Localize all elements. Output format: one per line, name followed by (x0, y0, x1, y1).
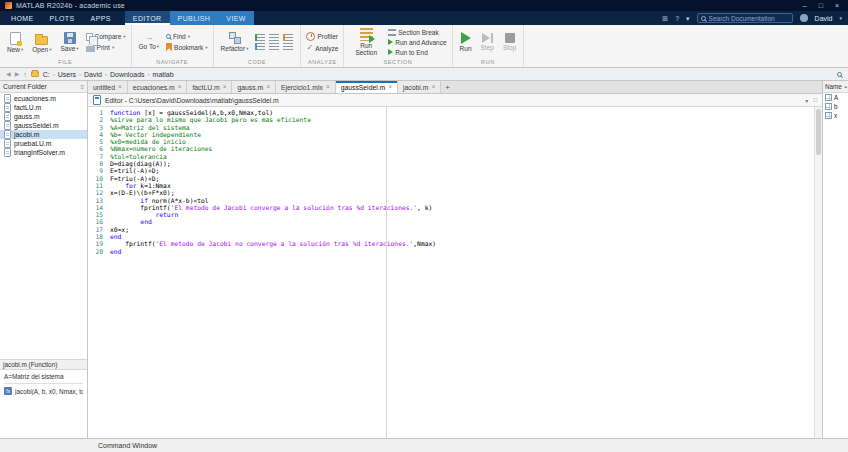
close-tab-icon[interactable]: × (431, 84, 435, 91)
profiler-button[interactable]: Profiler (306, 32, 338, 41)
doc-tab[interactable]: ecuaciones.m× (128, 81, 188, 93)
browse-folder-icon[interactable] (31, 71, 39, 77)
code-line[interactable]: %b= Vector independiente (110, 131, 822, 138)
minimize-window-icon[interactable]: – (803, 2, 807, 9)
toolstrip-tab-plots[interactable]: PLOTS (42, 11, 83, 25)
wrap-comments-button[interactable] (283, 34, 293, 41)
doc-tab[interactable]: untitled× (88, 81, 128, 93)
toolstrip-tab-home[interactable]: HOME (3, 11, 42, 25)
save-button[interactable]: Save▾ (58, 32, 80, 52)
code-line[interactable]: x=(D-E)\(b+F*x0); (110, 189, 822, 196)
code-line[interactable]: end (110, 218, 822, 225)
run-and-advance-button[interactable]: Run and Advance (388, 39, 446, 46)
toolstrip-tab-view[interactable]: VIEW (218, 11, 254, 25)
code-line[interactable]: fprintf('El metodo de Jacobi no converge… (110, 240, 822, 247)
editor-scrollbar[interactable] (814, 107, 822, 438)
maximize-window-icon[interactable]: □ (819, 2, 823, 9)
file-row[interactable]: gaussSeidel.m (0, 121, 87, 130)
close-tab-icon[interactable]: × (118, 84, 122, 91)
compare-button[interactable]: Compare ▾ (86, 33, 126, 41)
breadcrumb-item[interactable]: C: (43, 71, 50, 78)
decrease-indent-button[interactable] (283, 43, 293, 50)
workspace-header[interactable]: Name ▲ (823, 81, 848, 93)
toolstrip-tab-publish[interactable]: PUBLISH (170, 11, 219, 25)
code-line[interactable]: function [x] = gaussSeidel(A,b,x0,Nmax,t… (110, 109, 822, 116)
file-row[interactable]: gauss.m (0, 112, 87, 121)
comment-button[interactable] (255, 34, 265, 41)
user-avatar[interactable] (800, 14, 808, 22)
code-line[interactable]: x0=x; (110, 226, 822, 233)
code-line[interactable]: %Nmax=numero de iteraciones (110, 145, 822, 152)
close-window-icon[interactable]: × (835, 2, 839, 9)
refactor-button[interactable]: Refactor▾ (219, 32, 251, 52)
file-row[interactable]: factLU.m (0, 103, 87, 112)
goto-button[interactable]: → Go To▾ (137, 34, 162, 50)
bookmark-button[interactable]: Bookmark ▾ (166, 43, 208, 52)
open-button[interactable]: Open▾ (30, 32, 53, 53)
layout-grid-icon[interactable]: ⊞ (662, 15, 668, 22)
code-line[interactable]: %tol=tolerancia (110, 153, 822, 160)
analyze-button[interactable]: ✓ Analyze (306, 44, 338, 52)
code-editor[interactable]: 1234567891011121314151617181920 function… (88, 107, 822, 438)
doc-tab[interactable]: jacobi.m× (398, 81, 441, 93)
file-row[interactable]: triangInfSolver.m (0, 148, 87, 157)
new-button[interactable]: New▾ (5, 32, 25, 53)
code-line[interactable]: fprintf('El metodo de Jacobi converge a … (110, 204, 822, 211)
close-tab-icon[interactable]: × (223, 84, 227, 91)
panel-menu-icon[interactable]: ≡ (80, 84, 84, 90)
doc-tab[interactable]: Ejercicio1.mlx× (276, 81, 336, 93)
help-icon[interactable]: ? (675, 15, 679, 22)
close-tab-icon[interactable]: × (326, 84, 330, 91)
folder-search-icon[interactable] (837, 72, 842, 77)
up-folder-icon[interactable]: ↑ (23, 71, 27, 78)
search-input[interactable] (709, 15, 789, 22)
code-line[interactable]: D=diag(diag(A)); (110, 160, 822, 167)
stop-button[interactable]: Stop (501, 33, 518, 51)
doc-tab[interactable]: gauss.m× (232, 81, 275, 93)
workspace-variable-row[interactable]: x (823, 111, 848, 120)
doc-tab[interactable]: gaussSeidel.m× (336, 81, 398, 93)
new-tab-button[interactable]: + (441, 81, 454, 93)
file-row[interactable]: ecuaciones.m (0, 94, 87, 103)
function-signature-row[interactable]: fx jacobi(A, b, x0, Nmax, tol) (4, 387, 83, 395)
breadcrumb-item[interactable]: David (84, 71, 102, 78)
print-button[interactable]: Print ▾ (86, 44, 126, 52)
increase-indent-button[interactable] (269, 43, 279, 50)
panel-maximize-icon[interactable]: □ (813, 97, 817, 103)
user-menu-arrow-icon[interactable]: ▾ (839, 15, 842, 21)
file-row[interactable]: jacobi.m (0, 130, 87, 139)
code-line[interactable]: E=tril(-A)+D; (110, 167, 822, 174)
code-line[interactable]: %x0=medida de inicio (110, 138, 822, 145)
breadcrumb-item[interactable]: matlab (153, 71, 174, 78)
step-button[interactable]: Step (479, 33, 496, 51)
scrollbar-thumb[interactable] (816, 109, 821, 155)
close-tab-icon[interactable]: × (266, 84, 270, 91)
panel-collapse-icon[interactable]: ▾ (805, 97, 808, 104)
toolstrip-collapse-icon[interactable]: ▾ (686, 15, 690, 22)
breadcrumb-item[interactable]: Users (58, 71, 76, 78)
code-line[interactable]: end (110, 233, 822, 240)
toolstrip-tab-editor[interactable]: EDITOR (125, 11, 170, 25)
close-tab-icon[interactable]: × (178, 84, 182, 91)
command-window-bar[interactable]: Command Window (0, 438, 848, 452)
code-content[interactable]: function [x] = gaussSeidel(A,b,x0,Nmax,t… (106, 107, 822, 438)
run-button[interactable]: Run (458, 32, 474, 52)
file-row[interactable]: pruebaLU.m (0, 139, 87, 148)
code-line[interactable]: %A=Matriz del sistema (110, 124, 822, 131)
code-line[interactable]: end (110, 248, 822, 255)
workspace-variable-row[interactable]: A (823, 93, 848, 102)
code-line[interactable]: return (110, 211, 822, 218)
uncomment-button[interactable] (269, 34, 279, 41)
workspace-variable-row[interactable]: b (823, 102, 848, 111)
close-tab-icon[interactable]: × (388, 84, 392, 91)
code-line[interactable]: %sirve para lo mismo que Jacobi pero es … (110, 116, 822, 123)
user-name[interactable]: David (815, 15, 833, 22)
back-arrow-icon[interactable]: ◀ (6, 71, 11, 77)
doc-tab[interactable]: factLU.m× (187, 81, 232, 93)
run-section-button[interactable]: Run Section (349, 28, 383, 56)
code-line[interactable]: for k=1:Nmax (110, 182, 822, 189)
search-documentation-box[interactable] (697, 13, 793, 23)
forward-arrow-icon[interactable]: ▶ (15, 71, 20, 77)
code-line[interactable]: if norm(A*x-b)<tol (110, 197, 822, 204)
breadcrumb-item[interactable]: Downloads (110, 71, 145, 78)
